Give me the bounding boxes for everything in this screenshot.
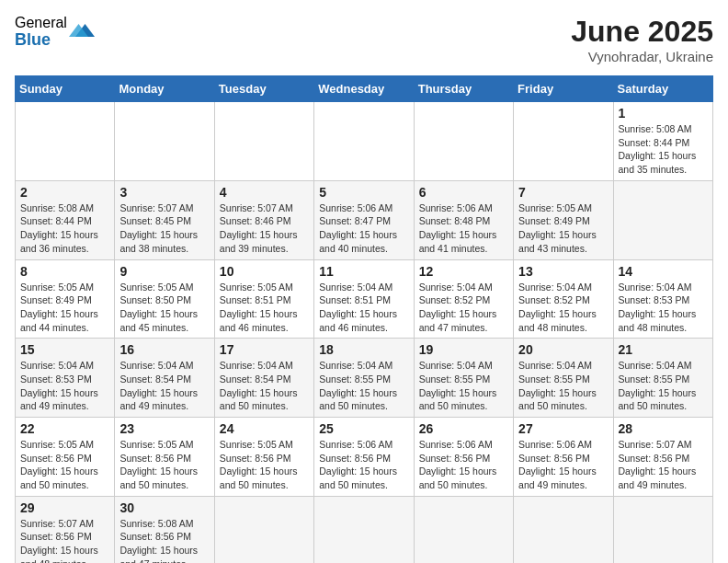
day-number: 16 <box>119 342 209 357</box>
calendar-cell: 21Sunrise: 5:04 AMSunset: 8:55 PMDayligh… <box>613 339 712 418</box>
day-number: 5 <box>319 185 408 200</box>
day-info: Sunrise: 5:04 AMSunset: 8:54 PMDaylight:… <box>220 359 309 413</box>
day-info: Sunrise: 5:05 AMSunset: 8:56 PMDaylight:… <box>20 438 109 492</box>
day-number: 13 <box>518 264 608 279</box>
day-info: Sunrise: 5:05 AMSunset: 8:49 PMDaylight:… <box>518 201 608 256</box>
header-cell-sunday: Sunday <box>16 76 115 102</box>
calendar-cell <box>314 102 414 181</box>
logo-text: General Blue <box>15 15 67 49</box>
day-info: Sunrise: 5:06 AMSunset: 8:56 PMDaylight:… <box>419 438 508 492</box>
header-cell-wednesday: Wednesday <box>314 76 414 102</box>
calendar-week-6: 29Sunrise: 5:07 AMSunset: 8:56 PMDayligh… <box>16 496 713 563</box>
calendar-cell: 6Sunrise: 5:06 AMSunset: 8:48 PMDaylight… <box>414 180 513 259</box>
day-info: Sunrise: 5:05 AMSunset: 8:56 PMDaylight:… <box>220 438 309 492</box>
calendar-cell <box>214 496 313 563</box>
logo-icon <box>69 17 95 43</box>
calendar-cell: 25Sunrise: 5:06 AMSunset: 8:56 PMDayligh… <box>314 418 414 497</box>
header-row: SundayMondayTuesdayWednesdayThursdayFrid… <box>16 76 713 102</box>
calendar-cell <box>414 496 513 563</box>
calendar-cell: 13Sunrise: 5:04 AMSunset: 8:52 PMDayligh… <box>514 259 613 339</box>
day-info: Sunrise: 5:05 AMSunset: 8:49 PMDaylight:… <box>20 281 109 335</box>
day-number: 7 <box>518 185 608 200</box>
day-number: 14 <box>619 264 708 279</box>
day-info: Sunrise: 5:07 AMSunset: 8:45 PMDaylight:… <box>119 201 209 256</box>
day-number: 3 <box>119 185 209 200</box>
calendar-week-3: 8Sunrise: 5:05 AMSunset: 8:49 PMDaylight… <box>16 259 713 339</box>
day-number: 10 <box>220 264 309 279</box>
calendar-cell: 22Sunrise: 5:05 AMSunset: 8:56 PMDayligh… <box>16 418 115 497</box>
day-number: 15 <box>20 342 109 357</box>
calendar-body: 1Sunrise: 5:08 AMSunset: 8:44 PMDaylight… <box>16 102 713 564</box>
calendar-cell: 27Sunrise: 5:06 AMSunset: 8:56 PMDayligh… <box>514 418 613 497</box>
calendar-cell: 29Sunrise: 5:07 AMSunset: 8:56 PMDayligh… <box>16 496 115 563</box>
day-info: Sunrise: 5:04 AMSunset: 8:53 PMDaylight:… <box>20 359 109 413</box>
day-info: Sunrise: 5:08 AMSunset: 8:44 PMDaylight:… <box>20 201 109 256</box>
calendar-week-5: 22Sunrise: 5:05 AMSunset: 8:56 PMDayligh… <box>16 418 713 497</box>
day-info: Sunrise: 5:04 AMSunset: 8:52 PMDaylight:… <box>419 281 508 335</box>
calendar-cell: 3Sunrise: 5:07 AMSunset: 8:45 PMDaylight… <box>115 180 214 259</box>
day-info: Sunrise: 5:08 AMSunset: 8:56 PMDaylight:… <box>119 517 209 563</box>
calendar-cell <box>613 496 712 563</box>
day-number: 8 <box>20 264 109 279</box>
header-cell-thursday: Thursday <box>414 76 513 102</box>
calendar-week-4: 15Sunrise: 5:04 AMSunset: 8:53 PMDayligh… <box>16 339 713 418</box>
calendar-cell: 14Sunrise: 5:04 AMSunset: 8:53 PMDayligh… <box>613 259 712 339</box>
logo: General Blue <box>15 15 95 49</box>
title-section: June 2025 Vynohradar, Ukraine <box>571 15 713 64</box>
calendar-cell: 15Sunrise: 5:04 AMSunset: 8:53 PMDayligh… <box>16 339 115 418</box>
calendar-cell: 16Sunrise: 5:04 AMSunset: 8:54 PMDayligh… <box>115 339 214 418</box>
day-number: 26 <box>419 421 508 436</box>
calendar-week-2: 2Sunrise: 5:08 AMSunset: 8:44 PMDaylight… <box>16 180 713 259</box>
day-number: 30 <box>119 500 209 515</box>
calendar-cell: 17Sunrise: 5:04 AMSunset: 8:54 PMDayligh… <box>214 339 313 418</box>
logo-general: General <box>15 15 67 31</box>
day-number: 22 <box>20 421 109 436</box>
day-number: 29 <box>20 500 109 515</box>
header-cell-tuesday: Tuesday <box>214 76 313 102</box>
calendar-cell: 19Sunrise: 5:04 AMSunset: 8:55 PMDayligh… <box>414 339 513 418</box>
calendar-week-1: 1Sunrise: 5:08 AMSunset: 8:44 PMDaylight… <box>16 102 713 181</box>
day-info: Sunrise: 5:04 AMSunset: 8:55 PMDaylight:… <box>419 359 508 413</box>
day-info: Sunrise: 5:04 AMSunset: 8:55 PMDaylight:… <box>619 359 708 413</box>
logo-blue: Blue <box>15 31 67 50</box>
calendar-cell <box>613 180 712 259</box>
calendar-table: SundayMondayTuesdayWednesdayThursdayFrid… <box>15 75 713 563</box>
day-info: Sunrise: 5:04 AMSunset: 8:52 PMDaylight:… <box>518 281 608 335</box>
day-info: Sunrise: 5:05 AMSunset: 8:56 PMDaylight:… <box>119 438 209 492</box>
day-number: 24 <box>220 421 309 436</box>
calendar-cell: 12Sunrise: 5:04 AMSunset: 8:52 PMDayligh… <box>414 259 513 339</box>
calendar-cell <box>16 102 115 181</box>
calendar-cell: 23Sunrise: 5:05 AMSunset: 8:56 PMDayligh… <box>115 418 214 497</box>
day-number: 23 <box>119 421 209 436</box>
day-number: 20 <box>518 342 608 357</box>
day-info: Sunrise: 5:05 AMSunset: 8:51 PMDaylight:… <box>220 281 309 335</box>
day-number: 2 <box>20 185 109 200</box>
day-number: 19 <box>419 342 508 357</box>
calendar-cell: 1Sunrise: 5:08 AMSunset: 8:44 PMDaylight… <box>613 102 712 181</box>
day-info: Sunrise: 5:04 AMSunset: 8:54 PMDaylight:… <box>119 359 209 413</box>
calendar-cell <box>314 496 414 563</box>
day-number: 28 <box>619 421 708 436</box>
day-info: Sunrise: 5:05 AMSunset: 8:50 PMDaylight:… <box>119 281 209 335</box>
day-info: Sunrise: 5:06 AMSunset: 8:56 PMDaylight:… <box>319 438 408 492</box>
calendar-cell: 9Sunrise: 5:05 AMSunset: 8:50 PMDaylight… <box>115 259 214 339</box>
day-number: 6 <box>419 185 508 200</box>
calendar-cell <box>214 102 313 181</box>
calendar-cell <box>514 496 613 563</box>
calendar-header: SundayMondayTuesdayWednesdayThursdayFrid… <box>16 76 713 102</box>
day-info: Sunrise: 5:06 AMSunset: 8:48 PMDaylight:… <box>419 201 508 256</box>
day-info: Sunrise: 5:07 AMSunset: 8:56 PMDaylight:… <box>20 517 109 563</box>
calendar-cell: 2Sunrise: 5:08 AMSunset: 8:44 PMDaylight… <box>16 180 115 259</box>
calendar-cell: 30Sunrise: 5:08 AMSunset: 8:56 PMDayligh… <box>115 496 214 563</box>
calendar-cell: 4Sunrise: 5:07 AMSunset: 8:46 PMDaylight… <box>214 180 313 259</box>
month-title: June 2025 <box>571 15 713 49</box>
day-number: 21 <box>619 342 708 357</box>
calendar-cell: 7Sunrise: 5:05 AMSunset: 8:49 PMDaylight… <box>514 180 613 259</box>
calendar-cell: 8Sunrise: 5:05 AMSunset: 8:49 PMDaylight… <box>16 259 115 339</box>
calendar-cell: 24Sunrise: 5:05 AMSunset: 8:56 PMDayligh… <box>214 418 313 497</box>
calendar-cell <box>115 102 214 181</box>
page-header: General Blue June 2025 Vynohradar, Ukrai… <box>15 15 713 64</box>
day-number: 17 <box>220 342 309 357</box>
day-info: Sunrise: 5:04 AMSunset: 8:51 PMDaylight:… <box>319 281 408 335</box>
day-info: Sunrise: 5:04 AMSunset: 8:55 PMDaylight:… <box>518 359 608 413</box>
